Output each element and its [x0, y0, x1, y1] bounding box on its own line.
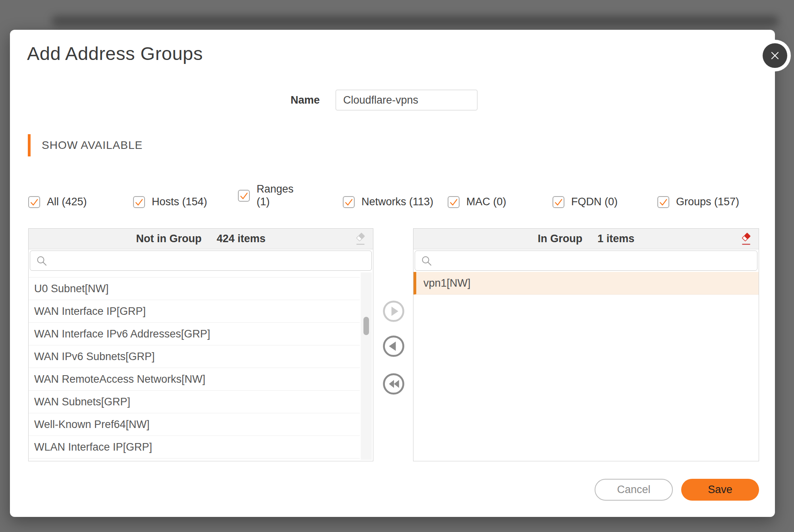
move-right-icon[interactable] — [382, 300, 405, 323]
list-item[interactable]: Well-Known Pref64[NW] — [29, 413, 360, 436]
scrollbar-track[interactable] — [361, 272, 372, 460]
filter-label: MAC (0) — [466, 196, 506, 208]
clear-group-icon[interactable] — [739, 232, 753, 246]
search-input[interactable] — [415, 251, 757, 271]
close-button[interactable] — [759, 40, 791, 71]
section-accent-bar — [28, 134, 31, 156]
partial-row — [29, 272, 360, 278]
filter-checkbox-item[interactable]: Groups (157) — [657, 196, 739, 208]
checkbox-checked-icon[interactable] — [448, 196, 460, 208]
move-left-icon[interactable] — [382, 335, 405, 358]
section-title: SHOW AVAILABLE — [42, 139, 143, 152]
list-item[interactable]: WAN IPv6 Subnets[GRP] — [29, 345, 360, 368]
type-filter-row: All (425) Hosts (154) Ranges (1) — [28, 177, 775, 208]
search-input[interactable] — [30, 251, 372, 271]
not-in-group-count: 424 items — [216, 233, 265, 245]
scrollbar-thumb[interactable] — [363, 317, 369, 335]
name-label: Name — [238, 94, 320, 106]
save-button[interactable]: Save — [681, 479, 759, 501]
not-in-group-panel: Not in Group 424 items — [28, 228, 373, 461]
list-item[interactable]: WAN Interface IP[GRP] — [29, 300, 360, 323]
in-group-panel: In Group 1 items — [413, 228, 759, 461]
cancel-button[interactable]: Cancel — [595, 479, 673, 501]
not-in-group-header: Not in Group 424 items — [29, 229, 373, 249]
filter-checkbox-item[interactable]: Networks (113) — [343, 196, 448, 208]
clear-selection-icon[interactable] — [353, 232, 367, 246]
list-item[interactable]: WAN RemoteAccess Networks[NW] — [29, 368, 360, 391]
filter-label: FQDN (0) — [571, 196, 618, 208]
in-group-list: vpn1[NW] — [413, 272, 759, 295]
filter-checkbox-item[interactable]: Hosts (154) — [133, 196, 238, 208]
filter-label: Ranges (1) — [257, 183, 307, 208]
filter-checkbox-item[interactable]: Ranges (1) — [238, 183, 343, 208]
list-item[interactable]: WAN Interface IPv6 Addresses[GRP] — [29, 323, 360, 345]
show-available-section: SHOW AVAILABLE — [28, 134, 143, 156]
checkbox-checked-icon[interactable] — [238, 190, 250, 202]
filter-checkbox-item[interactable]: FQDN (0) — [553, 196, 657, 208]
background-content-blur — [52, 16, 779, 26]
in-group-header: In Group 1 items — [413, 229, 759, 249]
checkbox-checked-icon[interactable] — [343, 196, 355, 208]
filter-checkbox-item[interactable]: MAC (0) — [448, 196, 553, 208]
move-all-left-icon[interactable] — [382, 372, 405, 395]
in-group-title: In Group — [538, 233, 582, 245]
in-group-count: 1 items — [597, 233, 634, 245]
checkbox-checked-icon[interactable] — [133, 196, 145, 208]
filter-label: Hosts (154) — [152, 196, 207, 208]
list-item[interactable]: WAN Subnets[GRP] — [29, 391, 360, 413]
filter-label: Networks (113) — [361, 196, 433, 208]
name-field[interactable] — [336, 90, 477, 110]
list-item[interactable]: WLAN Interface IP[GRP] — [29, 436, 360, 459]
filter-label: All (425) — [47, 196, 87, 208]
checkbox-checked-icon[interactable] — [657, 196, 669, 208]
filter-checkbox-item[interactable]: All (425) — [28, 196, 133, 208]
list-item-selected[interactable]: vpn1[NW] — [413, 272, 759, 295]
checkbox-checked-icon[interactable] — [553, 196, 564, 208]
not-in-group-list: U0 Subnet[NW] WAN Interface IP[GRP] WAN … — [29, 272, 360, 459]
close-icon — [763, 43, 787, 68]
filter-label: Groups (157) — [676, 196, 739, 208]
list-item[interactable]: U0 Subnet[NW] — [29, 278, 360, 300]
checkbox-checked-icon[interactable] — [28, 196, 40, 208]
page-title: Add Address Groups — [27, 42, 203, 64]
add-address-groups-dialog: Add Address Groups Name SHOW AVAILABLE A… — [10, 30, 775, 517]
not-in-group-title: Not in Group — [136, 233, 201, 245]
